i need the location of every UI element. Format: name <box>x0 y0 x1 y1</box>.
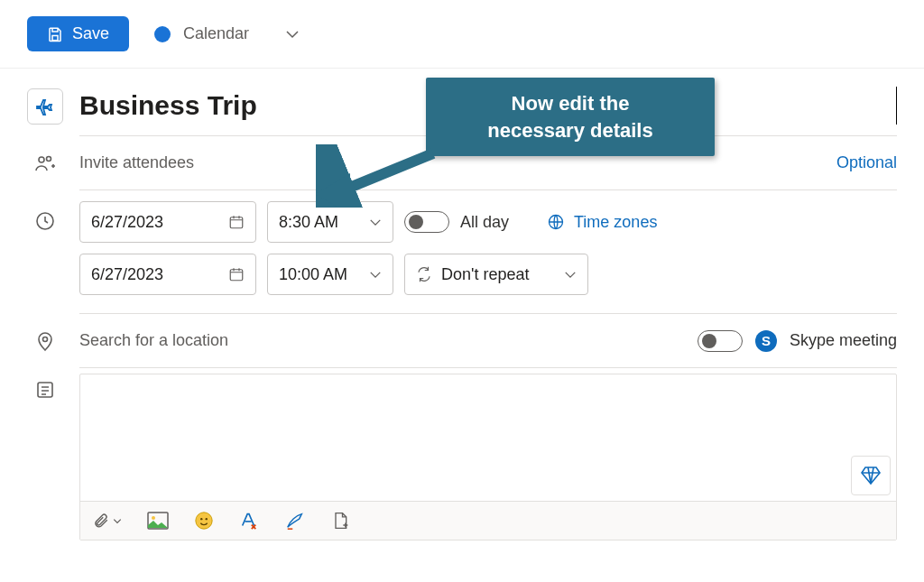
timezones-label: Time zones <box>574 213 657 232</box>
save-icon <box>47 26 63 42</box>
chevron-down-icon <box>369 218 382 226</box>
svg-point-2 <box>47 157 51 162</box>
save-button[interactable]: Save <box>27 16 129 51</box>
insert-file-button[interactable] <box>331 511 349 531</box>
instruction-callout: Now edit the necessary details <box>426 78 715 156</box>
end-date-input[interactable]: 6/27/2023 <box>79 254 256 295</box>
diamond-icon <box>860 465 882 486</box>
document-add-icon <box>331 511 349 531</box>
end-time-input[interactable]: 10:00 AM <box>267 254 393 295</box>
attach-button[interactable] <box>93 512 122 530</box>
globe-icon <box>547 213 565 231</box>
end-time-value: 10:00 AM <box>279 265 347 284</box>
start-time-value: 8:30 AM <box>279 213 338 232</box>
callout-line1: Now edit the <box>442 90 698 117</box>
toolbar: Save Calendar <box>0 0 924 69</box>
emoji-button[interactable] <box>194 511 214 531</box>
chevron-down-icon <box>113 518 122 524</box>
chevron-down-icon <box>285 30 300 39</box>
airplane-icon <box>34 96 56 117</box>
recurrence-select[interactable]: Don't repeat <box>404 254 588 295</box>
premium-button[interactable] <box>851 456 891 495</box>
clear-formatting-button[interactable] <box>239 511 259 531</box>
calendar-selector[interactable]: Calendar <box>154 24 300 43</box>
format-toolbar <box>80 501 896 540</box>
recurrence-value: Don't repeat <box>441 265 555 284</box>
body-row <box>27 374 897 540</box>
body-textarea[interactable] <box>80 374 896 501</box>
calendar-color-dot <box>154 26 171 42</box>
svg-point-7 <box>43 337 48 342</box>
location-pin-icon <box>34 330 56 352</box>
repeat-icon <box>416 266 432 282</box>
optional-attendees-link[interactable]: Optional <box>836 153 897 172</box>
chevron-down-icon <box>564 271 577 279</box>
svg-point-10 <box>152 516 155 520</box>
location-input[interactable]: Search for a location <box>79 331 685 350</box>
svg-rect-6 <box>230 270 243 281</box>
save-button-label: Save <box>72 24 109 43</box>
picture-icon <box>147 512 169 530</box>
paperclip-icon <box>93 512 109 530</box>
category-icon-button[interactable] <box>27 88 63 125</box>
start-date-input[interactable]: 6/27/2023 <box>79 201 256 243</box>
emoji-icon <box>194 511 214 531</box>
svg-point-12 <box>200 518 202 520</box>
chevron-down-icon <box>369 271 382 279</box>
skype-label: Skype meeting <box>790 331 897 350</box>
svg-rect-4 <box>230 217 243 228</box>
start-time-input[interactable]: 8:30 AM <box>267 201 393 243</box>
calendar-icon <box>228 214 245 230</box>
allday-toggle[interactable] <box>404 211 449 233</box>
datetime-row: 6/27/2023 8:30 AM All day Time zones <box>27 190 897 314</box>
svg-point-1 <box>39 157 44 162</box>
location-row: Search for a location S Skype meeting <box>27 314 897 368</box>
calendar-label: Calendar <box>183 24 249 43</box>
allday-label: All day <box>460 213 509 232</box>
svg-rect-0 <box>52 35 58 40</box>
svg-point-13 <box>206 518 208 520</box>
pen-icon <box>284 511 306 531</box>
skype-toggle[interactable] <box>698 330 743 352</box>
description-icon <box>34 379 56 401</box>
drawing-button[interactable] <box>284 511 306 531</box>
body-editor[interactable] <box>79 374 897 540</box>
people-add-icon <box>34 152 56 174</box>
end-date-value: 6/27/2023 <box>91 265 163 284</box>
timezones-link[interactable]: Time zones <box>547 213 657 232</box>
font-erase-icon <box>239 511 259 531</box>
start-date-value: 6/27/2023 <box>91 213 163 232</box>
callout-line2: necessary details <box>442 117 698 144</box>
insert-picture-button[interactable] <box>147 512 169 530</box>
attendees-input[interactable]: Invite attendees <box>79 153 824 172</box>
skype-icon: S <box>755 330 777 352</box>
calendar-icon <box>228 266 245 282</box>
svg-point-11 <box>196 513 212 529</box>
clock-icon <box>34 210 56 232</box>
